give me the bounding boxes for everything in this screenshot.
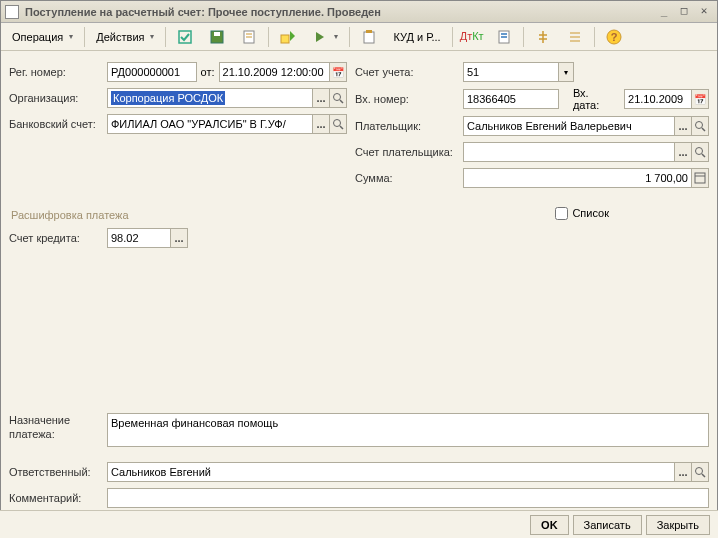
footer: OK Записать Закрыть [0, 510, 718, 538]
svg-rect-0 [179, 31, 191, 43]
vh-date-cal-button[interactable]: 📅 [691, 89, 709, 109]
document-icon [241, 29, 257, 45]
org-select-button[interactable]: ... [312, 88, 330, 108]
dtkt-button[interactable]: ДтКт [457, 26, 487, 48]
payer-acc-label: Счет плательщика: [355, 146, 463, 158]
bank-lookup-button[interactable] [329, 114, 347, 134]
clipboard-button[interactable] [354, 26, 384, 48]
svg-line-28 [702, 474, 705, 477]
calc-icon [694, 172, 706, 184]
org-lookup-button[interactable] [329, 88, 347, 108]
list-icon [567, 29, 583, 45]
decode-header: Расшифровка платежа [9, 209, 129, 221]
list-button[interactable] [560, 26, 590, 48]
credit-acc-label: Счет кредита: [9, 232, 107, 244]
search-icon [332, 92, 344, 104]
responsible-input[interactable]: Сальников Евгений [107, 462, 675, 482]
payer-acc-lookup-button[interactable] [691, 142, 709, 162]
list-checkbox-input[interactable] [555, 207, 568, 220]
payer-acc-select-button[interactable]: ... [674, 142, 692, 162]
org-input[interactable]: Корпорация РОСДОК [107, 88, 313, 108]
operation-menu[interactable]: Операция [5, 26, 80, 48]
window-title: Поступление на расчетный счет: Прочее по… [25, 6, 653, 18]
svg-text:?: ? [610, 31, 617, 43]
sum-input[interactable]: 1 700,00 [463, 168, 692, 188]
responsible-lookup-button[interactable] [691, 462, 709, 482]
bank-acc-label: Банковский счет: [9, 118, 107, 130]
payer-label: Плательщик: [355, 120, 463, 132]
svg-rect-8 [366, 30, 372, 33]
account-label: Счет учета: [355, 66, 463, 78]
structure-button[interactable] [528, 26, 558, 48]
payer-select-button[interactable]: ... [674, 116, 692, 136]
search-icon [694, 466, 706, 478]
svg-point-17 [334, 94, 341, 101]
account-dropdown[interactable]: ▾ [558, 62, 574, 82]
from-label: от: [201, 66, 215, 78]
svg-point-21 [696, 122, 703, 129]
svg-rect-11 [501, 36, 507, 38]
report-icon [496, 29, 512, 45]
dtkt-icon: ДтКт [464, 29, 480, 45]
comment-input[interactable] [107, 488, 709, 508]
svg-line-18 [340, 100, 343, 103]
go-icon [312, 29, 328, 45]
svg-point-27 [696, 468, 703, 475]
date-input[interactable]: 21.10.2009 12:00:00 [219, 62, 331, 82]
go-button[interactable] [305, 26, 345, 48]
org-label: Организация: [9, 92, 107, 104]
bank-select-button[interactable]: ... [312, 114, 330, 134]
close-button[interactable]: ✕ [695, 4, 713, 20]
reg-no-input[interactable]: РД000000001 [107, 62, 197, 82]
vh-date-input[interactable]: 21.10.2009 [624, 89, 692, 109]
post-button[interactable] [170, 26, 200, 48]
list-checkbox-label: Список [572, 207, 609, 219]
help-icon: ? [606, 29, 622, 45]
ok-button[interactable]: OK [530, 515, 569, 535]
doc-button[interactable] [234, 26, 264, 48]
svg-line-22 [702, 128, 705, 131]
svg-point-23 [696, 148, 703, 155]
svg-rect-2 [214, 32, 220, 36]
calc-button[interactable] [691, 168, 709, 188]
help-button[interactable]: ? [599, 26, 629, 48]
account-input[interactable]: 51 [463, 62, 559, 82]
form-body: Рег. номер: РД000000001 от: 21.10.2009 1… [1, 51, 717, 517]
reg-no-label: Рег. номер: [9, 66, 107, 78]
responsible-label: Ответственный: [9, 466, 107, 478]
vh-no-input[interactable]: 18366405 [463, 89, 559, 109]
minimize-button[interactable]: _ [655, 4, 673, 20]
credit-acc-select-button[interactable]: ... [170, 228, 188, 248]
vh-no-label: Вх. номер: [355, 93, 463, 105]
toolbar: Операция Действия КУД и Р... ДтКт ? [1, 23, 717, 51]
list-checkbox[interactable]: Список [555, 207, 609, 220]
maximize-button[interactable]: □ [675, 4, 693, 20]
responsible-select-button[interactable]: ... [674, 462, 692, 482]
report-button[interactable] [489, 26, 519, 48]
calendar-button[interactable]: 📅 [329, 62, 347, 82]
svg-rect-10 [501, 33, 507, 35]
window-icon [5, 5, 19, 19]
svg-rect-7 [364, 32, 374, 43]
vh-date-label: Вх. дата: [573, 87, 618, 111]
purpose-label: Назначениеплатежа: [9, 413, 107, 441]
actions-menu[interactable]: Действия [89, 26, 161, 48]
save-footer-button[interactable]: Записать [573, 515, 642, 535]
payer-acc-input[interactable] [463, 142, 675, 162]
close-footer-button[interactable]: Закрыть [646, 515, 710, 535]
purpose-textarea[interactable]: Временная финансовая помощь [107, 413, 709, 447]
svg-rect-25 [695, 173, 705, 183]
kudir-button[interactable]: КУД и Р... [386, 26, 447, 48]
payer-input[interactable]: Сальников Евгений Валерьевич [463, 116, 675, 136]
based-on-button[interactable] [273, 26, 303, 48]
titlebar: Поступление на расчетный счет: Прочее по… [1, 1, 717, 23]
save-button[interactable] [202, 26, 232, 48]
credit-acc-input[interactable]: 98.02 [107, 228, 171, 248]
payer-lookup-button[interactable] [691, 116, 709, 136]
search-icon [332, 118, 344, 130]
svg-rect-6 [281, 35, 289, 43]
comment-label: Комментарий: [9, 492, 107, 504]
bank-acc-input[interactable]: ФИЛИАЛ ОАО "УРАЛСИБ" В Г.УФ/ [107, 114, 313, 134]
svg-line-20 [340, 126, 343, 129]
sum-label: Сумма: [355, 172, 463, 184]
